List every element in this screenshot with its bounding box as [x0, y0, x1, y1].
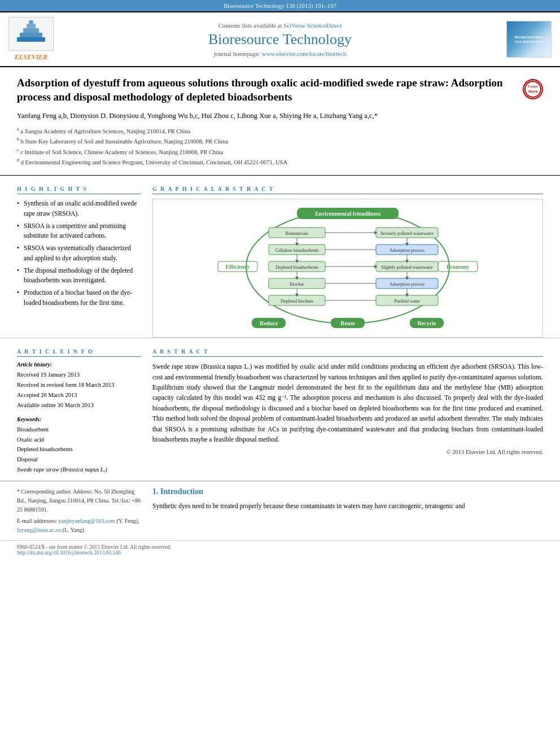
- bottom-section: * Corresponding author. Address: No. 50 …: [0, 481, 560, 540]
- footer-info: * Corresponding author. Address: No. 50 …: [17, 487, 141, 535]
- highlight-item-2: SRSOA is a competitive and promising sub…: [17, 221, 141, 241]
- svg-rect-1: [20, 33, 42, 37]
- highlights-list: Synthesis of an oxalic acid-modified swe…: [17, 199, 141, 308]
- affiliations: a a Jiangsu Academy of Agriculture Scien…: [17, 126, 543, 167]
- article-info-col: A R T I C L E I N F O Article history: R…: [17, 343, 141, 480]
- svg-text:Recycle: Recycle: [418, 320, 436, 326]
- keywords-list: Bioadsorbent Oxalic acid Depleted bioads…: [17, 425, 141, 475]
- journal-reference: Bioresource Technology 138 (2013) 191–19…: [224, 2, 336, 9]
- highlight-item-3: SRSOA was systematically characterized a…: [17, 243, 141, 263]
- svg-text:Efficiency: Efficiency: [226, 264, 250, 270]
- svg-text:Reuse: Reuse: [340, 320, 355, 326]
- graphical-abstract-col: G R A P H I C A L A B S T R A C T Enviro…: [152, 180, 543, 338]
- introduction-col: 1. Introduction Synthetic dyes need to b…: [152, 487, 543, 535]
- authors: Yanfang Feng a,b, Dionysios D. Dionysiou…: [17, 111, 543, 121]
- article-keywords: Keywords: Bioadsorbent Oxalic acid Deple…: [17, 416, 141, 475]
- elsevier-logo-image: [8, 17, 54, 51]
- corresponding-author: * Corresponding author. Address: No. 50 …: [17, 487, 141, 514]
- journal-center: Contents lists available at SciVerse Sci…: [62, 22, 498, 57]
- article-received: Received 19 January 2013 Received in rev…: [17, 370, 141, 410]
- email1-link[interactable]: yanjieyanfang@163.com: [58, 518, 115, 524]
- journal-cover-image: BIORESOURCE TECHNOLOGY: [506, 21, 552, 58]
- article-info-heading: A R T I C L E I N F O: [17, 348, 141, 357]
- article-history: Article history: Received 19 January 201…: [17, 361, 141, 410]
- top-bar: Bioresource Technology 138 (2013) 191–19…: [0, 0, 560, 11]
- email2-link[interactable]: lzyang@issas.ac.cn: [17, 527, 61, 533]
- svg-text:Biochar: Biochar: [290, 282, 304, 287]
- svg-rect-0: [17, 37, 45, 42]
- svg-text:Cross: Cross: [528, 84, 538, 89]
- homepage-url: www.elsevier.com/locate/biortech: [262, 50, 347, 57]
- homepage-line: journal homepage: www.elsevier.com/locat…: [62, 50, 498, 57]
- svg-text:Adsorption process: Adsorption process: [390, 282, 425, 287]
- crossmark-icon: Cross Mark: [523, 79, 543, 99]
- svg-rect-2: [23, 28, 39, 33]
- svg-text:Adsorption process: Adsorption process: [390, 248, 425, 253]
- abstract-col: A B S T R A C T Swede rape straw (Brassi…: [152, 343, 543, 480]
- svg-text:Economy: Economy: [447, 264, 469, 270]
- svg-text:Severely polluted wastewater: Severely polluted wastewater: [380, 231, 434, 236]
- abstract-text: Swede rape straw (Brassica napus L.) was…: [152, 361, 543, 444]
- svg-text:Reduce: Reduce: [260, 320, 278, 326]
- journal-right: BIORESOURCE TECHNOLOGY: [498, 21, 560, 58]
- issn-info: 0960-8524/$ - see front matter © 2013 El…: [17, 544, 171, 556]
- introduction-heading: 1. Introduction: [152, 487, 543, 496]
- introduction-text: Synthetic dyes need to be treated proper…: [152, 501, 543, 511]
- graphical-abstract-heading: G R A P H I C A L A B S T R A C T: [152, 186, 543, 194]
- copyright: © 2013 Elsevier Ltd. All rights reserved…: [152, 449, 543, 455]
- elsevier-logo: ELSEVIER: [0, 17, 62, 62]
- doi-link[interactable]: http://dx.doi.org/10.1016/j.biortech.201…: [17, 550, 121, 556]
- svg-text:Mark: Mark: [528, 89, 537, 94]
- keywords-label: Keywords:: [17, 416, 141, 422]
- affiliation-c: c c Institute of Soil Science, Chinese A…: [17, 147, 543, 157]
- svg-text:Depleted bioadsorbents: Depleted bioadsorbents: [275, 265, 318, 270]
- highlight-item-1: Synthesis of an oxalic acid-modified swe…: [17, 199, 141, 219]
- svg-text:Biomaterials: Biomaterials: [286, 231, 309, 236]
- highlight-item-4: The disposal methodology of the depleted…: [17, 266, 141, 286]
- article-title: Adsorption of dyestuff from aqueous solu…: [17, 76, 543, 104]
- svg-point-4: [29, 20, 33, 24]
- email-addresses: E-mail addresses: yanjieyanfang@163.com …: [17, 517, 141, 535]
- highlights-heading: H I G H L I G H T S: [17, 186, 141, 194]
- abstract-heading: A B S T R A C T: [152, 348, 543, 357]
- svg-text:Slightly polluted wastewater: Slightly polluted wastewater: [381, 265, 433, 270]
- journal-title: Bioresource Technology: [62, 31, 498, 48]
- svg-text:Depleted biochars: Depleted biochars: [281, 299, 313, 304]
- graphical-abstract-diagram: Environmental friendliness Efficiency Ec…: [152, 199, 543, 338]
- article-history-label: Article history:: [17, 361, 141, 368]
- article-info-abstract-section: A R T I C L E I N F O Article history: R…: [0, 338, 560, 480]
- crossmark-badge: Cross Mark: [523, 79, 543, 99]
- sciverse-line: Contents lists available at SciVerse Sci…: [62, 22, 498, 29]
- highlight-item-5: Production of a biochar based on the dye…: [17, 288, 141, 308]
- affiliation-d: d d Environmental Engineering and Scienc…: [17, 157, 543, 167]
- svg-text:Cellulose bioadsorbents: Cellulose bioadsorbents: [275, 248, 319, 253]
- article-title-section: Cross Mark Adsorption of dyestuff from a…: [0, 67, 560, 176]
- svg-rect-3: [27, 24, 36, 28]
- svg-text:Purified water: Purified water: [394, 299, 420, 304]
- highlights-col: H I G H L I G H T S Synthesis of an oxal…: [17, 180, 141, 338]
- highlights-graphical-section: H I G H L I G H T S Synthesis of an oxal…: [0, 180, 560, 338]
- elsevier-brand-name: ELSEVIER: [15, 53, 48, 62]
- affiliation-a: a a Jiangsu Academy of Agriculture Scien…: [17, 126, 543, 136]
- footer-bar: 0960-8524/$ - see front matter © 2013 El…: [0, 540, 560, 559]
- affiliation-b: b b State Key Laboratory of Soil and Sus…: [17, 136, 543, 146]
- journal-header: ELSEVIER Contents lists available at Sci…: [0, 11, 560, 67]
- svg-text:Environmental friendliness: Environmental friendliness: [315, 211, 380, 217]
- sciverse-link[interactable]: SciVerse ScienceDirect: [283, 22, 342, 29]
